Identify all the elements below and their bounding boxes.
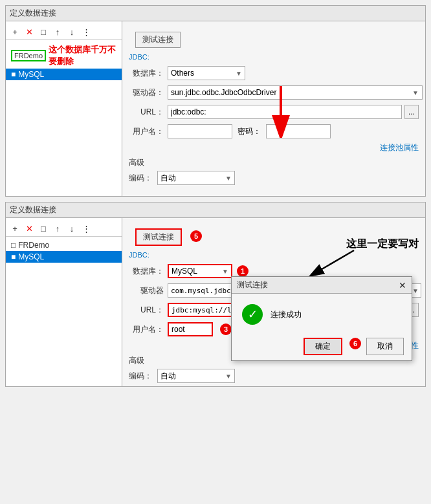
driver-input-top[interactable] (168, 85, 423, 100)
mysql-icon-bottom: ■ (11, 252, 16, 261)
url-label-top: URL： (129, 107, 168, 118)
username-label-bottom: 用户名： (129, 324, 168, 335)
url-field-top: ... (168, 105, 419, 119)
url-label-bottom: URL： (129, 305, 168, 316)
warning-text: 这个数据库千万不要删除 (49, 44, 116, 67)
bottom-left-panel: + ✕ □ ↑ ↓ ⋮ □ FRDemo ■ MySQL (6, 218, 122, 386)
conn-pool-link-top[interactable]: 连接池属性 (122, 141, 425, 155)
db-label-top: 数据库： (129, 68, 168, 79)
username-input-bottom[interactable] (168, 322, 213, 336)
bottom-panel: 定义数据连接 + ✕ □ ↑ ↓ ⋮ □ FRDemo ■ MySQL (5, 202, 426, 387)
modal-title-bar: 测试连接 ✕ (232, 277, 412, 294)
badge-6: 6 (349, 338, 361, 349)
modal-message: 连接成功 (271, 309, 302, 320)
top-left-panel: + ✕ □ ↑ ↓ ⋮ FRDemo 这个数据库千万不要删除 ■ MySQL (6, 21, 122, 196)
copy-button[interactable]: □ (37, 25, 50, 38)
modal-close-button[interactable]: ✕ (399, 280, 406, 290)
down-button[interactable]: ↓ (65, 25, 78, 38)
top-right-panel: 测试连接 JDBC: 数据库： Others ▼ 驱动器： ▼ URL： (122, 21, 425, 196)
encoding-label-bottom: 编码： (129, 371, 152, 382)
db-field-top: Others ▼ (168, 66, 419, 80)
success-icon: ✓ (242, 304, 263, 325)
top-panel: 定义数据连接 + ✕ □ ↑ ↓ ⋮ FRDemo 这个数据库千万不要删除 ■ … (5, 5, 426, 197)
delete-button[interactable]: ✕ (23, 25, 36, 38)
frdemo-tag: FRDemo (11, 50, 46, 61)
modal-overlay: 测试连接 ✕ ✓ 连接成功 确定 6 取消 (218, 270, 425, 386)
db-label-bottom: 数据库： (129, 266, 168, 277)
bottom-panel-title: 定义数据连接 (6, 203, 425, 218)
db-select-arrow-top: ▼ (236, 70, 242, 77)
badge-5: 5 (190, 230, 202, 242)
user-pwd-row-top: 密码： (168, 124, 419, 138)
bottom-tree: □ FRDemo ■ MySQL (6, 237, 122, 265)
top-toolbar: + ✕ □ ↑ ↓ ⋮ (6, 24, 122, 40)
modal-footer: 确定 6 取消 (232, 335, 412, 360)
db-icon: ■ (11, 70, 16, 79)
top-panel-body: + ✕ □ ↑ ↓ ⋮ FRDemo 这个数据库千万不要删除 ■ MySQL (6, 21, 425, 196)
password-label-top: 密码： (238, 126, 261, 137)
jdbc-label-top: JDBC: (122, 53, 425, 63)
bottom-panel-body: + ✕ □ ↑ ↓ ⋮ □ FRDemo ■ MySQL 测试连 (6, 218, 425, 386)
url-button-top[interactable]: ... (404, 105, 419, 119)
username-label-top: 用户名： (129, 126, 168, 137)
advanced-title-top: 高级 (129, 157, 419, 168)
tree-item-frdemo[interactable]: FRDemo 这个数据库千万不要删除 (6, 43, 122, 69)
jdbc-label-bottom: JDBC: (122, 251, 425, 261)
down-button-bottom[interactable]: ↓ (65, 222, 78, 235)
modal-body: ✓ 连接成功 (232, 294, 412, 335)
top-panel-title: 定义数据连接 (6, 6, 425, 21)
add-button-bottom[interactable]: + (8, 222, 21, 235)
frdemo-icon-bottom: □ (11, 241, 16, 250)
delete-button-bottom[interactable]: ✕ (23, 222, 36, 235)
driver-field-top: ▼ (168, 85, 419, 100)
tree-item-frdemo-bottom[interactable]: □ FRDemo (6, 239, 122, 251)
tree-item-mysql-top[interactable]: ■ MySQL (6, 69, 122, 80)
more-button[interactable]: ⋮ (80, 25, 93, 38)
up-button[interactable]: ↑ (51, 25, 64, 38)
driver-label-bottom: 驱动器 (129, 285, 168, 296)
encoding-label-top: 编码： (129, 173, 152, 184)
test-connection-button-bottom[interactable]: 测试连接 (135, 228, 182, 246)
username-input-top[interactable] (168, 124, 232, 138)
modal-dialog: 测试连接 ✕ ✓ 连接成功 确定 6 取消 (231, 276, 412, 361)
modal-confirm-button[interactable]: 确定 (304, 338, 342, 355)
encoding-arrow-top: ▼ (225, 175, 232, 182)
up-button-bottom[interactable]: ↑ (51, 222, 64, 235)
encoding-row-top: 编码： 自动 ▼ (129, 171, 419, 185)
driver-label-top: 驱动器： (129, 87, 168, 98)
db-select-top[interactable]: Others ▼ (168, 66, 245, 80)
modal-title: 测试连接 (237, 279, 268, 290)
top-form: 数据库： Others ▼ 驱动器： ▼ URL： ... 用 (122, 63, 425, 141)
more-button-bottom[interactable]: ⋮ (80, 222, 93, 235)
bottom-toolbar: + ✕ □ ↑ ↓ ⋮ (6, 221, 122, 237)
encoding-select-top[interactable]: 自动 ▼ (157, 171, 235, 185)
bottom-right-panel: 测试连接 5 JDBC: 这里一定要写对 数据库： MySQL (122, 218, 425, 386)
url-input-top[interactable] (168, 105, 402, 119)
test-connection-button-top[interactable]: 测试连接 (135, 32, 181, 48)
tree-item-mysql-bottom[interactable]: ■ MySQL (6, 251, 122, 263)
add-button[interactable]: + (8, 25, 21, 38)
copy-button-bottom[interactable]: □ (37, 222, 50, 235)
top-advanced-section: 高级 编码： 自动 ▼ (122, 155, 425, 188)
top-tree: FRDemo 这个数据库千万不要删除 ■ MySQL (6, 40, 122, 83)
modal-cancel-button[interactable]: 取消 (366, 338, 404, 355)
password-input-top[interactable] (266, 124, 331, 138)
